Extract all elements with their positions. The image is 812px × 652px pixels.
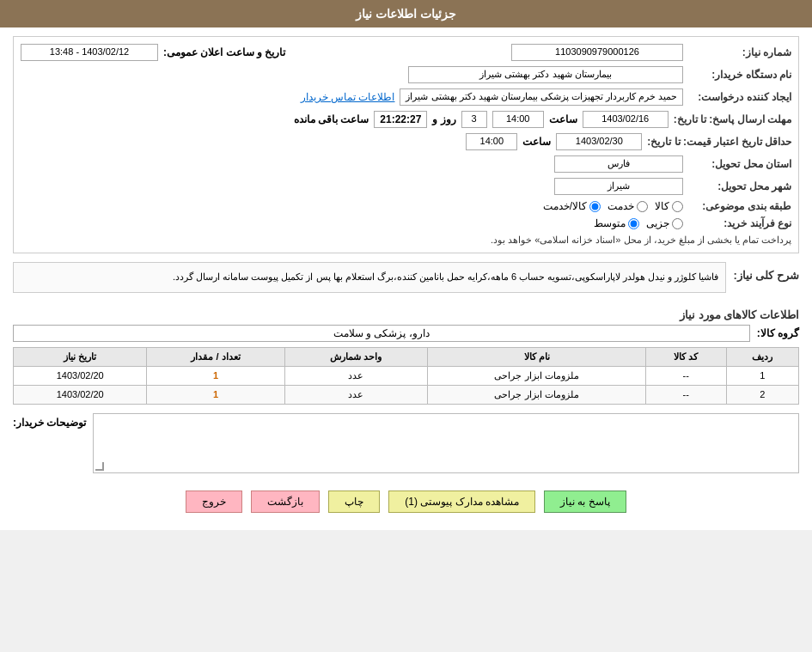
purchase-jozi[interactable]: جزیی bbox=[646, 217, 683, 229]
exit-button[interactable]: خروج bbox=[186, 491, 242, 513]
date-value: 1403/02/12 - 13:48 bbox=[21, 44, 158, 61]
deadline-time: 14:00 bbox=[492, 111, 544, 128]
col-header-name: نام کالا bbox=[428, 347, 646, 366]
row-purchase-type: نوع فرآیند خرید: جزیی متوسط bbox=[21, 217, 791, 229]
category-kala-khedmat-radio[interactable] bbox=[589, 201, 601, 212]
cell-name: ملزومات ابزار جراحی bbox=[428, 366, 646, 385]
purchase-jozi-radio[interactable] bbox=[672, 218, 683, 229]
cell-code: -- bbox=[645, 385, 726, 404]
cell-unit: عدد bbox=[284, 366, 428, 385]
payment-note: پرداخت تمام یا بخشی از مبلغ خرید، از محل… bbox=[21, 235, 791, 246]
need-number-label: شماره نیاز: bbox=[688, 46, 791, 58]
min-date-value: 1403/02/30 bbox=[556, 133, 642, 150]
description-text: فاشیا کلوژر و نیدل هولدر لاپاراسکوپی،تسو… bbox=[13, 262, 726, 293]
deadline-days: 3 bbox=[461, 111, 487, 128]
city-label: شهر محل تحویل: bbox=[688, 180, 791, 192]
deadline-timer: 21:22:27 bbox=[374, 111, 427, 128]
category-kala-khedmat-label: کالا/خدمت bbox=[543, 200, 587, 212]
info-section: شماره نیاز: 1103090979000126 تاریخ و ساع… bbox=[13, 36, 799, 253]
goods-table: ردیف کد کالا نام کالا واحد شمارش تعداد /… bbox=[13, 347, 799, 405]
category-radio-group: کالا خدمت کالا/خدمت bbox=[543, 200, 683, 212]
table-row: 1 -- ملزومات ابزار جراحی عدد 1 1403/02/2… bbox=[14, 366, 799, 385]
city-value: شیراز bbox=[554, 178, 683, 195]
purchase-motavaset-label: متوسط bbox=[594, 217, 626, 229]
purchase-motavaset[interactable]: متوسط bbox=[594, 217, 639, 229]
col-header-qty: تعداد / مقدار bbox=[147, 347, 284, 366]
cell-code: -- bbox=[645, 366, 726, 385]
date-label: تاریخ و ساعت اعلان عمومی: bbox=[163, 46, 285, 58]
back-button[interactable]: بازگشت bbox=[251, 491, 320, 513]
row-min-date: حداقل تاریخ اعتبار قیمت: تا تاریخ: 1403/… bbox=[21, 133, 791, 150]
page-title: جزئیات اطلاعات نیاز bbox=[356, 7, 456, 21]
min-date-label: حداقل تاریخ اعتبار قیمت: تا تاریخ: bbox=[647, 136, 791, 148]
category-khedmat-radio[interactable] bbox=[637, 201, 648, 212]
row-buyer-org: نام دستگاه خریدار: بیمارستان شهید دکتر ب… bbox=[21, 66, 791, 83]
cell-unit: عدد bbox=[284, 385, 428, 404]
creator-value: حمید خرم کاربردار تجهیزات پزشکی بیمارستا… bbox=[400, 88, 683, 106]
row-deadline: مهلت ارسال پاسخ: تا تاریخ: 1403/02/16 سا… bbox=[21, 111, 791, 128]
view-docs-button[interactable]: مشاهده مدارک پیوستی (1) bbox=[388, 491, 535, 513]
page-header: جزئیات اطلاعات نیاز bbox=[0, 0, 812, 27]
purchase-jozi-label: جزیی bbox=[646, 217, 669, 229]
buyer-notes-row: توضیحات خریدار: bbox=[13, 413, 799, 473]
creator-label: ایجاد کننده درخواست: bbox=[688, 91, 791, 103]
province-label: استان محل تحویل: bbox=[688, 158, 791, 170]
deadline-remaining-label: ساعت باقی مانده bbox=[294, 113, 369, 125]
description-section: شرح کلی نیاز: فاشیا کلوژر و نیدل هولدر ل… bbox=[13, 262, 799, 302]
cell-date: 1403/02/20 bbox=[14, 385, 147, 404]
row-category: طبقه بندی موضوعی: کالا خدمت کالا/خدمت bbox=[21, 200, 791, 212]
purchase-motavaset-radio[interactable] bbox=[628, 218, 639, 229]
need-number-value: 1103090979000126 bbox=[511, 44, 683, 61]
description-title: شرح کلی نیاز: bbox=[733, 269, 799, 298]
footer-buttons: پاسخ به نیاز مشاهده مدارک پیوستی (1) چاپ… bbox=[13, 482, 799, 521]
buyer-org-label: نام دستگاه خریدار: bbox=[688, 69, 791, 81]
category-kala[interactable]: کالا bbox=[655, 200, 683, 212]
buyer-org-value: بیمارستان شهید دکتر بهشتی شیراز bbox=[408, 66, 683, 83]
row-creator: ایجاد کننده درخواست: حمید خرم کاربردار ت… bbox=[21, 88, 791, 106]
buyer-notes-label: توضیحات خریدار: bbox=[13, 413, 86, 429]
category-kala-label: کالا bbox=[655, 200, 669, 212]
reply-button[interactable]: پاسخ به نیاز bbox=[544, 491, 626, 513]
cell-name: ملزومات ابزار جراحی bbox=[428, 385, 646, 404]
buyer-notes-box bbox=[93, 413, 799, 473]
goods-group-label: گروه کالا: bbox=[757, 327, 799, 339]
table-row: 2 -- ملزومات ابزار جراحی عدد 1 1403/02/2… bbox=[14, 385, 799, 404]
cell-qty: 1 bbox=[147, 366, 284, 385]
goods-group-value: دارو، پزشکی و سلامت bbox=[13, 325, 750, 342]
col-header-unit: واحد شمارش bbox=[284, 347, 428, 366]
purchase-type-label: نوع فرآیند خرید: bbox=[688, 217, 791, 229]
col-header-date: تاریخ نیاز bbox=[14, 347, 147, 366]
resize-handle[interactable] bbox=[95, 462, 104, 471]
cell-row: 2 bbox=[726, 385, 798, 404]
cell-date: 1403/02/20 bbox=[14, 366, 147, 385]
category-khedmat-label: خدمت bbox=[607, 200, 634, 212]
deadline-days-label: روز و bbox=[432, 113, 455, 125]
col-header-row: ردیف bbox=[726, 347, 798, 366]
print-button[interactable]: چاپ bbox=[328, 491, 380, 513]
content-area: شماره نیاز: 1103090979000126 تاریخ و ساع… bbox=[0, 27, 812, 530]
deadline-date: 1403/02/16 bbox=[583, 111, 669, 128]
province-value: فارس bbox=[554, 155, 683, 173]
cell-qty: 1 bbox=[147, 385, 284, 404]
row-city: شهر محل تحویل: شیراز bbox=[21, 178, 791, 195]
min-time-label: ساعت bbox=[522, 136, 551, 148]
category-kala-khedmat[interactable]: کالا/خدمت bbox=[543, 200, 601, 212]
category-khedmat[interactable]: خدمت bbox=[607, 200, 648, 212]
min-time-value: 14:00 bbox=[466, 133, 517, 150]
goods-section-title: اطلاعات کالاهای مورد نیاز bbox=[13, 308, 799, 321]
goods-table-section: ردیف کد کالا نام کالا واحد شمارش تعداد /… bbox=[13, 347, 799, 405]
table-header-row: ردیف کد کالا نام کالا واحد شمارش تعداد /… bbox=[14, 347, 799, 366]
category-label: طبقه بندی موضوعی: bbox=[688, 200, 791, 212]
contact-link[interactable]: اطلاعات تماس خریدار bbox=[301, 91, 395, 103]
deadline-time-label: ساعت bbox=[549, 113, 577, 125]
row-province: استان محل تحویل: فارس bbox=[21, 155, 791, 173]
cell-row: 1 bbox=[726, 366, 798, 385]
col-header-code: کد کالا bbox=[645, 347, 726, 366]
deadline-label: مهلت ارسال پاسخ: تا تاریخ: bbox=[674, 113, 791, 125]
row-need-number: شماره نیاز: 1103090979000126 تاریخ و ساع… bbox=[21, 44, 791, 61]
category-kala-radio[interactable] bbox=[672, 201, 683, 212]
goods-group-row: گروه کالا: دارو، پزشکی و سلامت bbox=[13, 325, 799, 342]
purchase-type-radio-group: جزیی متوسط bbox=[594, 217, 683, 229]
